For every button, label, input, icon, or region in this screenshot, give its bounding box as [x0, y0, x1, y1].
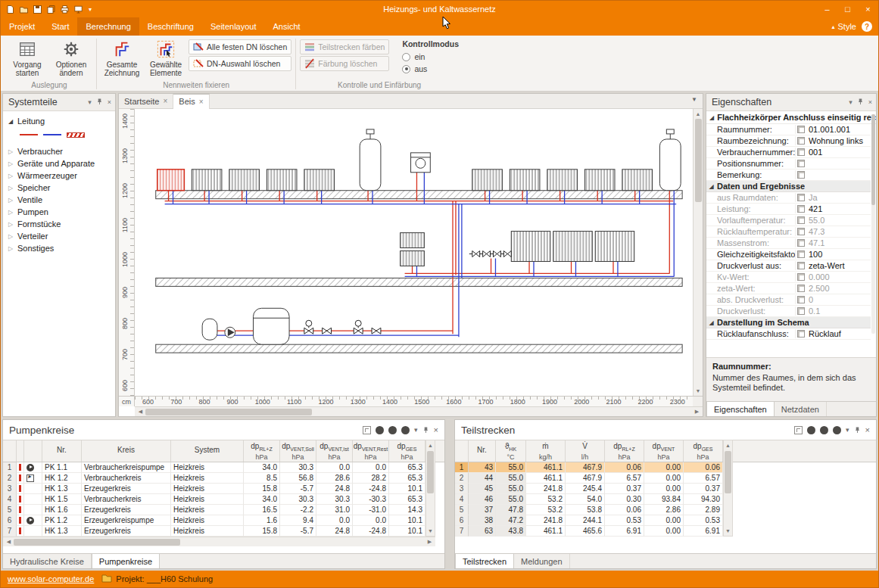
- close-icon[interactable]: ×: [865, 425, 870, 434]
- tree-item[interactable]: ▷ Speicher: [3, 182, 115, 194]
- table-row[interactable]: 1 PK 1.1 Verbraucherkreispumpe Heizkreis…: [3, 462, 444, 473]
- gesamte-zeichnung-button[interactable]: Gesamte Zeichnung: [101, 37, 143, 79]
- canvas-horizontal-scrollbar[interactable]: ◀ ▶: [135, 406, 703, 416]
- formula-toggle-icon[interactable]: [796, 148, 806, 156]
- panel-tab[interactable]: Eigenschaften: [706, 402, 775, 416]
- chevron-down-icon[interactable]: ▾: [88, 98, 92, 106]
- property-row[interactable]: ◢ Druckverlust aus: zeta-Wert: [706, 260, 871, 272]
- help-button[interactable]: ?: [862, 21, 872, 32]
- tree-item-leitung[interactable]: ◢ Leitung: [3, 115, 115, 127]
- table-row[interactable]: 4 HK 1.5 Verbraucherkreis Heizkreis 34.0…: [3, 494, 444, 505]
- panel-tool-icon-3[interactable]: [401, 426, 410, 434]
- panel-tab[interactable]: Pumpenkreise: [92, 554, 160, 568]
- column-header[interactable]: Kreis: [82, 440, 171, 462]
- property-row[interactable]: ◢ Massenstrom: 47.1: [706, 238, 871, 249]
- scroll-thumb[interactable]: [725, 451, 731, 493]
- property-row[interactable]: ◢ aus Raumdaten: Ja: [706, 192, 871, 204]
- property-row[interactable]: ◢ Bemerkung:: [706, 170, 871, 181]
- alle-festen-dn-loeschen-button[interactable]: Alle festen DN löschen: [189, 39, 291, 54]
- tree-item[interactable]: ▷ Geräte und Apparate: [3, 157, 115, 170]
- panel-tool-icon-1[interactable]: [376, 426, 384, 434]
- formula-toggle-icon[interactable]: [796, 160, 806, 167]
- formula-toggle-icon[interactable]: [796, 330, 806, 338]
- chevron-down-icon[interactable]: ▾: [414, 426, 418, 434]
- scroll-up-icon[interactable]: ▲: [426, 440, 435, 450]
- dn-auswahl-loeschen-button[interactable]: DN-Auswahl löschen: [189, 56, 291, 71]
- property-row[interactable]: ◢ Positionsnummer:: [706, 158, 871, 170]
- scroll-left-icon[interactable]: ◀: [4, 537, 14, 547]
- table-row[interactable]: 2 44 55.0 461.1 467.9 6.57 0.00 6.57: [455, 473, 876, 484]
- website-link[interactable]: www.solar-computer.de: [8, 574, 94, 583]
- tree-item[interactable]: ▷ Ventile: [3, 194, 115, 206]
- close-tab-icon[interactable]: ×: [163, 97, 167, 105]
- minimize-button[interactable]: –: [817, 1, 837, 17]
- formula-toggle-icon[interactable]: [796, 307, 806, 315]
- table-vertical-scrollbar[interactable]: ▲ ▼: [425, 440, 435, 537]
- column-header[interactable]: System: [171, 440, 244, 462]
- property-row[interactable]: ◢ Vorlauftemperatur: 55.0: [706, 215, 871, 226]
- schematic-canvas[interactable]: [135, 109, 693, 396]
- formula-toggle-icon[interactable]: [796, 171, 806, 179]
- plant-room-equipment[interactable]: [202, 308, 289, 344]
- style-button[interactable]: ▴Style: [832, 22, 856, 31]
- column-header[interactable]: dpVENT,Rest hPa: [353, 440, 389, 462]
- tree-item[interactable]: ▷ Wärmeerzeuger: [3, 170, 115, 182]
- ribbon-tab[interactable]: Projekt: [1, 17, 43, 36]
- properties-scrollbar[interactable]: [871, 114, 875, 334]
- scroll-thumb[interactable]: [871, 114, 875, 205]
- selected-object-header[interactable]: ◢ Flachheizkörper Anschluss einseitig re…: [706, 111, 876, 124]
- column-header[interactable]: dpRL+Z hPa: [605, 440, 644, 462]
- canvas-vertical-scrollbar[interactable]: ▲ ▼: [693, 109, 703, 396]
- formula-toggle-icon[interactable]: [796, 239, 806, 247]
- document-tab[interactable]: Beis ×: [173, 94, 209, 109]
- pin-icon[interactable]: [422, 425, 429, 436]
- scroll-thumb[interactable]: [695, 119, 702, 202]
- scroll-thumb[interactable]: [427, 451, 434, 493]
- grid-options-icon[interactable]: [363, 426, 371, 434]
- maximize-button[interactable]: □: [837, 1, 858, 17]
- faerbung-loeschen-button[interactable]: Färbung löschen: [300, 56, 389, 71]
- scroll-thumb[interactable]: [145, 409, 312, 415]
- column-header[interactable]: Nr.: [469, 440, 496, 462]
- table-row[interactable]: 4 46 55.0 53.2 54.0 0.30 93.84 94.30: [455, 494, 876, 505]
- supply-pipe-swatch[interactable]: [20, 134, 38, 135]
- wall-unit[interactable]: [411, 153, 431, 173]
- formula-toggle-icon[interactable]: [796, 296, 806, 303]
- property-row[interactable]: ◢ Daten und Ergebnisse: [706, 181, 871, 192]
- panel-tool-icon-2[interactable]: [820, 426, 828, 434]
- table-row[interactable]: 2 HK 1.2 Verbraucherkreis Heizkreis 8.5 …: [3, 473, 444, 484]
- grid-options-icon[interactable]: [794, 426, 803, 434]
- double-pipe-swatch[interactable]: [67, 132, 85, 138]
- vorgang-starten-button[interactable]: Vorgang starten: [6, 37, 48, 79]
- document-tab[interactable]: Startseite ×: [119, 94, 173, 108]
- property-row[interactable]: ◢ Rücklauftemperatur: 47.3: [706, 226, 871, 238]
- column-header[interactable]: dpVENT,Soll hPa: [280, 440, 316, 462]
- close-icon[interactable]: ×: [868, 98, 872, 106]
- tree-item[interactable]: ▷ Verteiler: [3, 230, 115, 242]
- panel-tool-icon-1[interactable]: [807, 426, 815, 434]
- tree-item[interactable]: ▷ Pumpen: [3, 206, 115, 218]
- column-header[interactable]: ϑHK °C: [496, 440, 526, 462]
- print-icon[interactable]: [60, 5, 70, 14]
- column-header[interactable]: dpVENT,Ist hPa: [316, 440, 353, 462]
- table-vertical-scrollbar[interactable]: ▲ ▼: [723, 440, 733, 537]
- formula-toggle-icon[interactable]: [796, 126, 806, 133]
- scroll-left-icon[interactable]: ◀: [136, 407, 145, 417]
- scroll-thumb[interactable]: [14, 539, 180, 546]
- scroll-right-icon[interactable]: ▶: [692, 407, 702, 417]
- ribbon-tab[interactable]: Berechnung: [77, 17, 139, 36]
- formula-toggle-icon[interactable]: [796, 273, 806, 281]
- formula-toggle-icon[interactable]: [796, 228, 806, 235]
- close-button[interactable]: ×: [858, 1, 878, 17]
- property-row[interactable]: ◢ Raumbezeichnung: Wohnung links: [706, 135, 871, 147]
- column-header[interactable]: dpGES hPa: [684, 440, 723, 462]
- gewaehlte-elemente-button[interactable]: Gewählte Elemente: [145, 37, 187, 79]
- scroll-down-icon[interactable]: ▼: [426, 526, 435, 536]
- column-header[interactable]: dpVENT hPa: [644, 440, 684, 462]
- property-row[interactable]: ◢ Kv-Wert: 0.000: [706, 272, 871, 283]
- tree-item[interactable]: ▷ Sonstiges: [3, 242, 115, 254]
- close-icon[interactable]: ×: [108, 98, 111, 106]
- property-row[interactable]: ◢ Druckverlust: 0.1: [706, 306, 871, 317]
- table-row[interactable]: 6 38 47.2 241.8 244.1 0.53 0.00 0.53: [455, 515, 876, 526]
- formula-toggle-icon[interactable]: [796, 205, 806, 213]
